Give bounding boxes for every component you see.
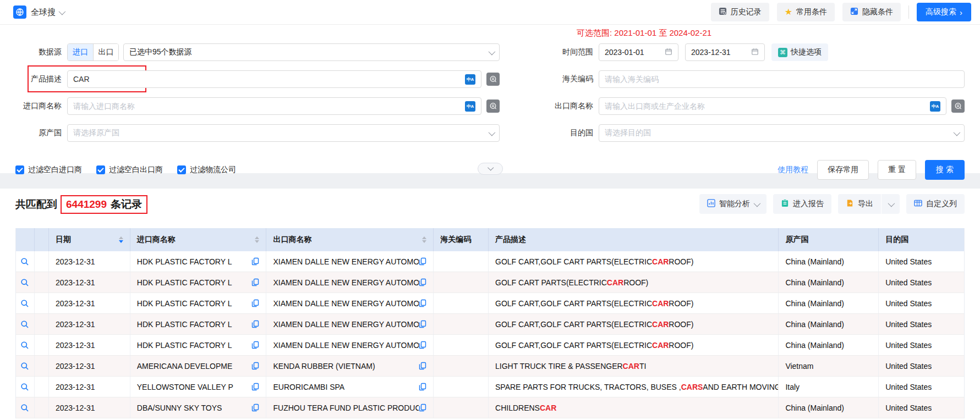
filter-row: 过滤空白进口商 过滤空白出口商 过滤物流公司 使用教程 保存常用 重 置 搜 索 bbox=[15, 161, 965, 179]
cell-origin: China (Mainland) bbox=[779, 272, 879, 292]
sort-caret-icon[interactable] bbox=[255, 236, 259, 243]
filter-logistics-checkbox[interactable]: 过滤物流公司 bbox=[177, 165, 236, 175]
cell-hs-code bbox=[434, 397, 489, 418]
header-exporter[interactable]: 出口商名称 bbox=[266, 228, 434, 251]
start-date-field[interactable]: 2023-01-01 bbox=[599, 43, 678, 61]
columns-icon bbox=[914, 199, 922, 209]
sort-caret-icon[interactable] bbox=[422, 236, 426, 243]
hs-code-input[interactable] bbox=[605, 75, 959, 84]
search-icon[interactable] bbox=[20, 299, 29, 308]
smart-analysis-button[interactable]: 智能分析 bbox=[699, 194, 767, 214]
keyword-highlight: CAR bbox=[623, 362, 639, 371]
cell-product: GOLF CART PARTS(ELECTRIC CAR ROOF) bbox=[489, 272, 779, 292]
data-source-select[interactable]: 已选中95个数据源 bbox=[123, 43, 500, 61]
keyword-highlight: CAR bbox=[652, 341, 669, 350]
filter-search-icon[interactable] bbox=[486, 100, 500, 113]
copy-icon[interactable] bbox=[251, 404, 259, 412]
translate-icon[interactable]: 中A bbox=[465, 74, 475, 85]
search-icon[interactable] bbox=[20, 362, 29, 371]
copy-icon[interactable] bbox=[251, 383, 259, 391]
copy-icon[interactable] bbox=[419, 299, 426, 307]
search-icon[interactable] bbox=[20, 341, 29, 350]
translate-icon[interactable]: 中A bbox=[930, 101, 940, 112]
history-button[interactable]: 历史记录 bbox=[711, 3, 769, 21]
end-date-field[interactable]: 2023-12-31 bbox=[685, 43, 765, 61]
copy-icon[interactable] bbox=[419, 320, 426, 328]
copy-icon[interactable] bbox=[251, 257, 259, 266]
cell-importer: HDK PLASTIC FACTORY L bbox=[130, 272, 267, 292]
export-dropdown-button[interactable] bbox=[882, 194, 900, 214]
cell-hs-code bbox=[434, 356, 489, 376]
calendar-icon bbox=[751, 48, 759, 57]
enter-report-button[interactable]: 进入报告 bbox=[773, 194, 831, 214]
save-common-button[interactable]: 保存常用 bbox=[817, 160, 869, 180]
tutorial-link[interactable]: 使用教程 bbox=[778, 165, 808, 175]
search-icon[interactable] bbox=[20, 320, 29, 329]
favorites-button[interactable]: ★ 常用条件 bbox=[777, 3, 835, 21]
table-row: 2023-12-31 HDK PLASTIC FACTORY L XIAMEN … bbox=[16, 251, 964, 272]
search-icon[interactable] bbox=[20, 404, 29, 412]
copy-icon[interactable] bbox=[251, 278, 259, 286]
dest-country-select[interactable]: 请选择目的国 bbox=[599, 124, 965, 142]
filter-search-icon[interactable] bbox=[951, 100, 965, 113]
table-row: 2023-12-31 AMERICANA DEVELOPME KENDA RUB… bbox=[16, 356, 964, 377]
cell-exporter: EURORICAMBI SPA bbox=[266, 377, 434, 397]
copy-icon[interactable] bbox=[419, 404, 426, 412]
hide-conditions-button[interactable]: 隐藏条件 bbox=[842, 3, 901, 21]
importer-input[interactable] bbox=[73, 102, 461, 110]
cell-hs-code bbox=[434, 272, 489, 292]
cell-product: LIGHT TRUCK TIRE & PASSENGER CAR TI bbox=[489, 356, 779, 376]
cell-product: CHILDRENS CAR bbox=[489, 397, 779, 418]
cell-date: 2023-12-31 bbox=[49, 335, 130, 355]
advanced-search-button[interactable]: 高级搜索 › bbox=[917, 3, 971, 21]
copy-icon[interactable] bbox=[251, 362, 259, 370]
sort-caret-icon[interactable] bbox=[119, 236, 123, 243]
copy-icon[interactable] bbox=[419, 341, 426, 349]
cell-importer: YELLOWSTONE VALLEY P bbox=[130, 377, 267, 397]
chevron-down-icon[interactable] bbox=[59, 8, 66, 15]
copy-icon[interactable] bbox=[251, 299, 259, 307]
row-spacer bbox=[35, 397, 49, 418]
cell-exporter: KENDA RUBBER (VIETNAM) bbox=[266, 356, 434, 376]
search-icon[interactable] bbox=[20, 383, 29, 391]
export-toggle[interactable]: 出口 bbox=[93, 44, 118, 60]
keyword-highlight: CAR bbox=[607, 278, 623, 287]
copy-icon[interactable] bbox=[419, 362, 426, 370]
filter-blank-exporter-checkbox[interactable]: 过滤空白出口商 bbox=[96, 165, 163, 175]
collapse-form-button[interactable] bbox=[478, 163, 503, 175]
chevron-down-icon bbox=[888, 200, 895, 207]
copy-icon[interactable] bbox=[251, 320, 259, 328]
filter-blank-importer-checkbox[interactable]: 过滤空白进口商 bbox=[15, 165, 82, 175]
import-toggle[interactable]: 进口 bbox=[68, 44, 93, 60]
export-button[interactable]: 导出 bbox=[838, 194, 881, 214]
copy-icon[interactable] bbox=[251, 341, 259, 349]
quick-options-button[interactable]: ⌘ 快捷选项 bbox=[771, 43, 828, 61]
search-icon[interactable] bbox=[20, 278, 29, 287]
search-button[interactable]: 搜 索 bbox=[925, 160, 965, 180]
cell-hs-code bbox=[434, 251, 489, 272]
history-icon bbox=[719, 7, 727, 17]
custom-columns-button[interactable]: 自定义列 bbox=[906, 194, 965, 214]
cell-hs-code bbox=[434, 314, 489, 334]
copy-icon[interactable] bbox=[419, 278, 426, 286]
search-form: 可选范围: 2021-01-01 至 2024-02-21 输入汽车 数据源 进… bbox=[0, 25, 980, 173]
cell-exporter: XIAMEN DALLE NEW ENERGY AUTOMOBILE bbox=[266, 314, 434, 334]
copy-icon[interactable] bbox=[419, 383, 426, 391]
report-icon bbox=[781, 199, 789, 209]
copy-icon[interactable] bbox=[419, 257, 426, 266]
product-desc-input[interactable] bbox=[73, 75, 461, 84]
filter-search-icon[interactable] bbox=[486, 73, 500, 86]
search-icon[interactable] bbox=[20, 257, 29, 266]
header-importer[interactable]: 进口商名称 bbox=[130, 228, 267, 251]
header-date[interactable]: 日期 bbox=[49, 228, 130, 251]
results-toolbar: 智能分析 进入报告 导出 自定义列 bbox=[699, 194, 965, 214]
translate-icon[interactable]: 中A bbox=[465, 101, 475, 112]
reset-button[interactable]: 重 置 bbox=[878, 160, 916, 180]
cell-hs-code bbox=[434, 377, 489, 397]
keyword-highlight: CAR bbox=[540, 404, 556, 412]
table-row: 2023-12-31 YELLOWSTONE VALLEY P EURORICA… bbox=[16, 377, 964, 397]
header-hs-code: 海关编码 bbox=[434, 228, 489, 251]
export-split-button: 导出 bbox=[838, 194, 900, 214]
exporter-input[interactable] bbox=[605, 102, 926, 110]
origin-country-select[interactable]: 请选择原产国 bbox=[67, 124, 500, 142]
